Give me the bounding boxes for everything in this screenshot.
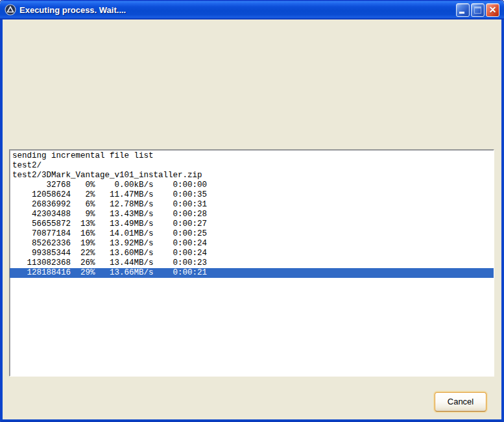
dialog-window: Executing process. Wait.... ✕ sending in… — [0, 0, 504, 422]
close-icon: ✕ — [486, 4, 499, 16]
maximize-button[interactable] — [471, 3, 485, 17]
minimize-button[interactable] — [456, 3, 470, 17]
log-line[interactable]: test2/3DMark_Vantage_v101_installer.zip — [10, 171, 494, 180]
log-line[interactable]: 70877184 16% 14.01MB/s 0:00:25 — [10, 229, 494, 239]
close-button[interactable]: ✕ — [486, 3, 499, 17]
cancel-button[interactable]: Cancel — [435, 392, 486, 412]
window-border-right — [501, 19, 504, 422]
log-line[interactable]: 32768 0% 0.00kB/s 0:00:00 — [10, 180, 494, 190]
log-line[interactable]: test2/ — [10, 161, 494, 171]
log-line-selected[interactable]: 128188416 29% 13.66MB/s 0:00:21 — [10, 268, 494, 278]
log-line[interactable]: sending incremental file list — [10, 151, 494, 161]
window-border-bottom — [0, 419, 504, 422]
log-line[interactable]: 99385344 22% 13.60MB/s 0:00:24 — [10, 249, 494, 258]
maximize-icon — [474, 6, 481, 14]
log-lines: sending incremental file listtest2/test2… — [10, 150, 494, 278]
log-line[interactable]: 85262336 19% 13.92MB/s 0:00:24 — [10, 239, 494, 249]
minimize-icon — [459, 12, 464, 14]
window-border-left — [0, 19, 3, 422]
app-icon — [5, 4, 16, 16]
log-line[interactable]: 26836992 6% 12.78MB/s 0:00:31 — [10, 200, 494, 210]
log-line[interactable]: 56655872 13% 13.49MB/s 0:00:27 — [10, 219, 494, 229]
log-line[interactable]: 42303488 9% 13.43MB/s 0:00:28 — [10, 210, 494, 219]
log-line[interactable]: 12058624 2% 11.47MB/s 0:00:35 — [10, 190, 494, 200]
log-line[interactable]: 113082368 26% 13.44MB/s 0:00:23 — [10, 258, 494, 268]
title-bar[interactable]: Executing process. Wait.... ✕ — [0, 0, 504, 19]
window-controls: ✕ — [456, 3, 499, 17]
transfer-log-listbox[interactable]: sending incremental file listtest2/test2… — [9, 149, 494, 377]
window-title: Executing process. Wait.... — [19, 5, 126, 15]
